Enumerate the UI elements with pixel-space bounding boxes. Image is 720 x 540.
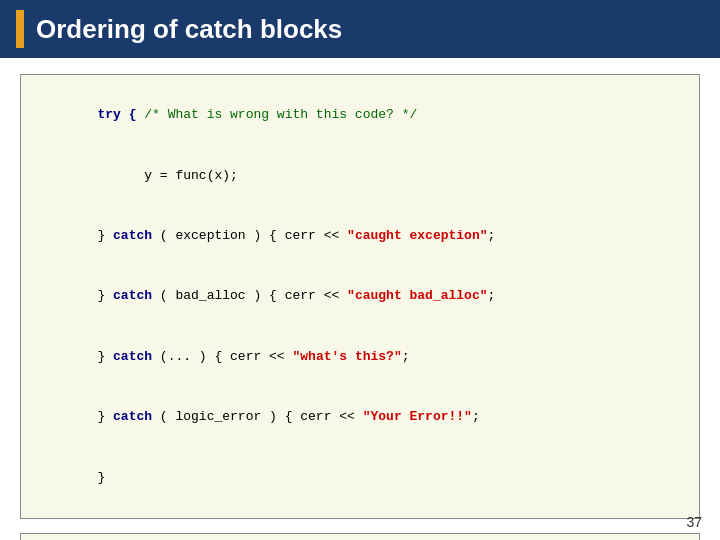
code-line: } catch (... ) { cerr << "what's this?"; [35,327,685,387]
code-text: (... ) { cerr << [152,349,292,364]
code-text: } [97,228,113,243]
code-text: ( bad_alloc ) { cerr << [152,288,347,303]
keyword: catch [113,228,152,243]
code-line: y = func(x); [35,145,685,205]
code-line: } catch ( bad_alloc ) { cerr << "caught … [35,266,685,326]
code-line: } catch ( logic_error ) { cerr << "Your … [35,387,685,447]
slide: Ordering of catch blocks try { /* What i… [0,0,720,540]
string: "caught exception" [347,228,487,243]
code-text: ; [488,228,496,243]
code-line: try { /* What is wrong with this code? *… [35,85,685,145]
keyword: catch [113,349,152,364]
code-line: } catch ( exception ) { cerr << "caught … [35,206,685,266]
code-text: ; [488,288,496,303]
header-accent-bar [16,10,24,48]
keyword: try { [97,107,144,122]
code-block-2: try {/* What is wrong with this code? */… [20,533,700,540]
code-text: } [97,288,113,303]
slide-content: try { /* What is wrong with this code? *… [0,58,720,540]
string: "what's this?" [292,349,401,364]
slide-title: Ordering of catch blocks [36,14,342,45]
code-block-1: try { /* What is wrong with this code? *… [20,74,700,519]
string: "caught bad_alloc" [347,288,487,303]
keyword: catch [113,288,152,303]
keyword: catch [113,409,152,424]
code-text: ( logic_error ) { cerr << [152,409,363,424]
string: "Your Error!!" [363,409,472,424]
code-text: ; [402,349,410,364]
code-text: ( exception ) { cerr << [152,228,347,243]
comment: /* What is wrong with this code? */ [144,107,417,122]
slide-number: 37 [686,514,702,530]
code-text: } [97,470,105,485]
code-text: } [97,349,113,364]
code-text: y = func(x); [97,168,237,183]
code-text: ; [472,409,480,424]
slide-header: Ordering of catch blocks [0,0,720,58]
code-text: } [97,409,113,424]
code-line: } [35,448,685,508]
